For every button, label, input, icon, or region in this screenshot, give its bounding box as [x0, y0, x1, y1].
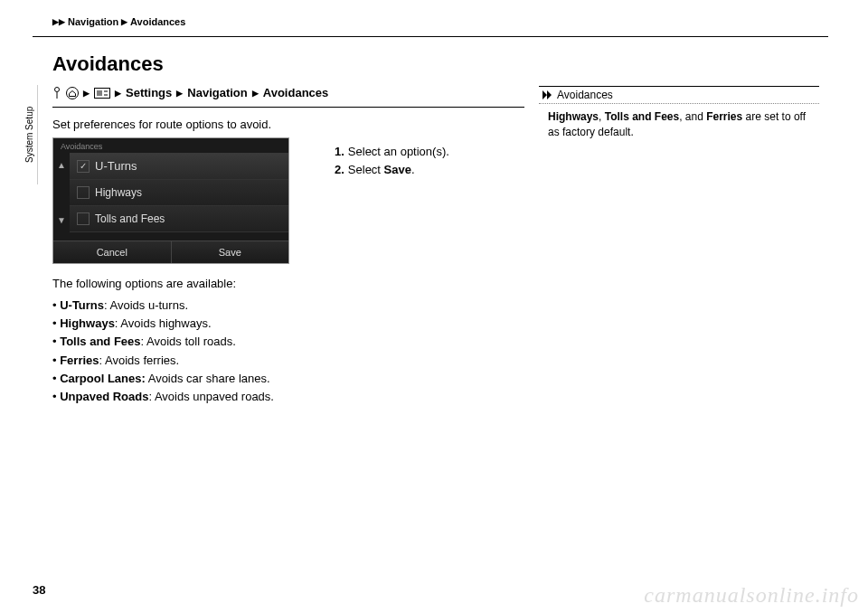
screen-item: Highways	[70, 180, 288, 206]
screen-save-button: Save	[172, 240, 289, 263]
sidebar-tab: System Setup	[22, 85, 38, 184]
option-item: U-Turns: Avoids u-turns.	[52, 297, 274, 315]
steps-list: 1. Select an option(s). 2. Select Save.	[335, 143, 449, 178]
path-settings: Settings	[126, 86, 172, 99]
path-rule	[52, 107, 524, 108]
check-icon	[77, 212, 90, 225]
device-screenshot: Avoidances ▲ ▼ ✓ U-Turns Highways Tolls …	[52, 137, 289, 264]
screen-item-label: Tolls and Fees	[95, 212, 165, 225]
page-title: Avoidances	[52, 52, 164, 76]
option-item: Carpool Lanes: Avoids car share lanes.	[52, 370, 274, 388]
breadcrumb: ▶▶ Navigation ▶ Avoidances	[52, 16, 185, 27]
step-number: 2.	[335, 161, 344, 179]
check-icon: ✓	[77, 160, 90, 173]
path-sep-icon-2: ▶	[115, 89, 121, 98]
option-item: Unpaved Roads: Avoids unpaved roads.	[52, 388, 274, 406]
svg-point-2	[67, 87, 79, 99]
screen-caption: Avoidances	[53, 138, 288, 153]
home-icon	[66, 87, 79, 99]
info-note: Highways, Tolls and Fees, and Ferries ar…	[539, 104, 819, 141]
step-number: 1.	[335, 143, 344, 161]
screen-item: Tolls and Fees	[70, 206, 288, 232]
options-lead: The following options are available:	[52, 275, 274, 293]
step-text: Select an option(s).	[348, 143, 449, 161]
breadcrumb-sep-icon: ▶	[121, 17, 127, 26]
path-sep-icon-4: ▶	[252, 89, 259, 98]
path-avoidances: Avoidances	[263, 86, 329, 99]
header-rule	[33, 36, 828, 37]
scroll-up-icon: ▲	[57, 160, 66, 170]
menu-path: ▶ ▶ Settings ▶ Navigation ▶ Avoidances	[52, 86, 328, 99]
info-header-text: Avoidances	[557, 89, 613, 101]
breadcrumb-part1: Navigation	[68, 16, 118, 27]
option-item: Tolls and Fees: Avoids toll roads.	[52, 333, 274, 351]
options-block: The following options are available: U-T…	[52, 275, 274, 406]
option-item: Ferries: Avoids ferries.	[52, 352, 274, 370]
screen-item-label: Highways	[95, 186, 142, 199]
check-icon	[77, 186, 90, 199]
screen-item: ✓ U-Turns	[70, 153, 288, 180]
option-item: Highways: Avoids highways.	[52, 315, 274, 333]
scroll-indicator: ▲ ▼	[53, 153, 70, 232]
sidebar-tab-label: System Setup	[24, 107, 34, 163]
breadcrumb-arrow-icon: ▶▶	[52, 17, 65, 26]
watermark: carmanualsonline.info	[644, 583, 859, 608]
page-number: 38	[33, 583, 45, 597]
screen-item-label: U-Turns	[95, 159, 137, 173]
path-sep-icon-3: ▶	[176, 89, 183, 98]
screen-cancel-button: Cancel	[53, 240, 172, 263]
intro-text: Set preferences for route options to avo…	[52, 118, 271, 131]
path-sep-icon-1: ▶	[83, 89, 90, 98]
dial-icon	[52, 87, 61, 99]
scroll-down-icon: ▼	[57, 215, 66, 225]
svg-point-0	[55, 87, 60, 91]
step-text: Select Save.	[348, 161, 415, 179]
path-navigation: Navigation	[187, 86, 247, 99]
info-icon	[542, 90, 553, 99]
info-sidebar: Avoidances Highways, Tolls and Fees, and…	[539, 86, 819, 141]
menu-icon	[94, 88, 110, 99]
breadcrumb-part2: Avoidances	[130, 16, 185, 27]
